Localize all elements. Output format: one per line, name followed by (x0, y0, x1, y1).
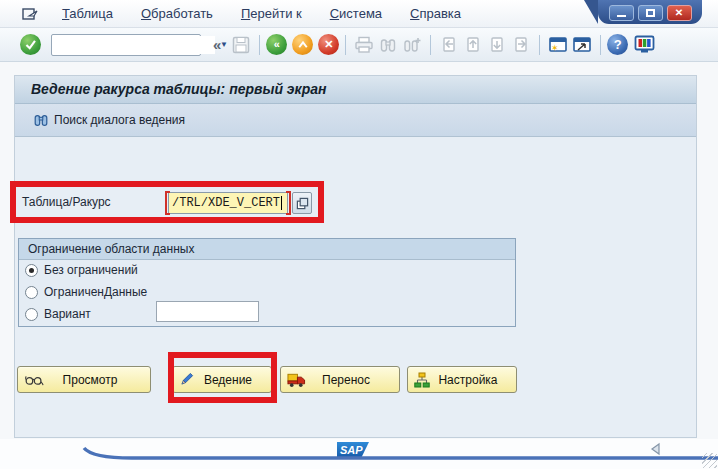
last-page-icon[interactable] (509, 33, 533, 57)
radio-restricted-data[interactable]: ОграниченДанные (25, 285, 147, 299)
binoculars-icon (33, 112, 49, 128)
command-field[interactable]: ▼ (51, 34, 201, 56)
main-panel: Ведение ракурса таблицы: первый экран По… (14, 75, 697, 438)
command-input[interactable] (52, 36, 215, 54)
screen-body: Таблица/Ракурс /TRL/XDE_V_CERT Ограничен… (15, 137, 696, 437)
status-expand-icon[interactable] (649, 442, 662, 456)
save-icon[interactable] (229, 33, 253, 57)
table-view-label: Таблица/Ракурс (22, 195, 111, 209)
find-maintenance-dialog-label: Поиск диалога ведения (54, 113, 185, 127)
standard-toolbar: ▼ « « ✕ (0, 28, 718, 62)
display-button[interactable]: Просмотр (17, 366, 151, 393)
minimize-button[interactable] (609, 5, 634, 21)
toolbar-separator (539, 35, 540, 55)
application-toolbar: Поиск диалога ведения (15, 104, 696, 137)
menu-system[interactable]: Система (319, 3, 393, 24)
resize-grip[interactable] (702, 453, 717, 468)
data-restriction-group: Ограничение области данных Без ограничен… (18, 238, 516, 327)
radio-no-restrictions[interactable]: Без ограничений (25, 263, 138, 277)
transport-button[interactable]: Перенос (280, 366, 400, 393)
find-maintenance-dialog-button[interactable]: Поиск диалога ведения (27, 109, 191, 131)
radio-button-icon (25, 264, 38, 277)
pencil-icon (179, 372, 194, 387)
page-title: Ведение ракурса таблицы: первый экран (15, 76, 696, 104)
svg-text:✶: ✶ (551, 43, 559, 53)
customizing-button[interactable]: Настройка (407, 366, 517, 393)
value-help-button[interactable] (292, 192, 312, 214)
group-title: Ограничение области данных (19, 239, 515, 260)
window-controls: ✕ (598, 0, 702, 24)
first-page-icon[interactable] (437, 33, 461, 57)
collapse-toolbar-icon[interactable]: « (213, 36, 221, 53)
sap-gui-window: Таблица Обработать Перейти к Система Спр… (0, 0, 718, 469)
toolbar-separator (345, 35, 346, 55)
focus-bracket-right (286, 191, 291, 215)
exit-button[interactable] (292, 34, 313, 55)
radio-button-icon (25, 286, 38, 299)
toolbar-separator (259, 35, 260, 55)
enter-button[interactable] (20, 34, 41, 55)
create-shortcut-icon[interactable] (570, 33, 594, 57)
customize-layout-icon[interactable] (632, 33, 656, 57)
matchcode-icon (296, 197, 309, 210)
chevron-up-icon (297, 39, 309, 51)
menu-goto[interactable]: Перейти к (230, 3, 313, 24)
find-icon[interactable] (376, 33, 400, 57)
radio-label: Без ограничений (44, 263, 138, 277)
print-icon[interactable] (352, 33, 376, 57)
radio-variant[interactable]: Вариант (25, 307, 91, 321)
text-cursor (281, 196, 282, 210)
table-view-field[interactable]: /TRL/XDE_V_CERT (168, 192, 288, 214)
system-menu-icon[interactable] (22, 7, 39, 21)
maintain-button[interactable]: Ведение (172, 366, 272, 393)
menu-help[interactable]: Справка (399, 3, 472, 24)
find-next-icon[interactable] (400, 33, 424, 57)
close-button[interactable]: ✕ (667, 5, 692, 21)
hierarchy-icon (414, 372, 430, 388)
glasses-icon (24, 373, 44, 387)
menu-bar: Таблица Обработать Перейти к Система Спр… (0, 0, 718, 28)
previous-page-icon[interactable] (461, 33, 485, 57)
focus-bracket-left (165, 191, 170, 215)
variant-input[interactable] (156, 301, 259, 322)
truck-icon (287, 372, 306, 388)
toolbar-separator (600, 35, 601, 55)
radio-label: ОграниченДанные (44, 285, 147, 299)
menu-table[interactable]: Таблица (51, 3, 124, 24)
maximize-button[interactable] (638, 5, 663, 21)
next-page-icon[interactable] (485, 33, 509, 57)
help-button[interactable]: ? (607, 34, 628, 55)
radio-label: Вариант (44, 307, 91, 321)
toolbar-separator (430, 35, 431, 55)
new-session-icon[interactable]: ✶ (546, 33, 570, 57)
back-button[interactable]: « (266, 34, 287, 55)
cancel-button[interactable]: ✕ (318, 34, 339, 55)
table-view-value: /TRL/XDE_V_CERT (169, 196, 280, 210)
menu-edit[interactable]: Обработать (130, 3, 224, 24)
radio-button-icon (25, 308, 38, 321)
check-icon (24, 38, 37, 51)
